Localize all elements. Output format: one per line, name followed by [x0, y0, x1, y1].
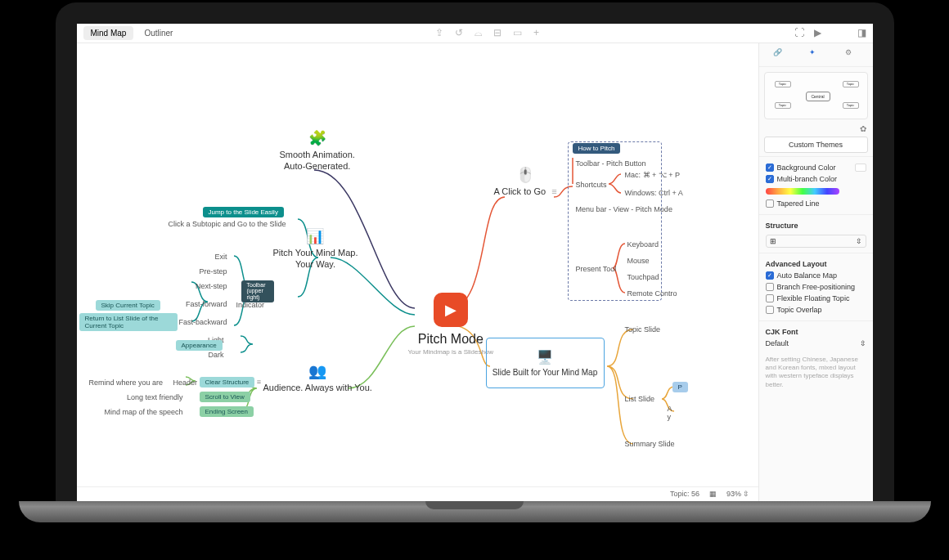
branch-click-to-go[interactable]: 🖱️ A Click to Go ≡ — [494, 166, 557, 197]
row-flexible[interactable]: Flexible Floating Topic — [766, 293, 866, 304]
pill-ending-screen[interactable]: Ending Screen — [200, 406, 254, 417]
central-topic[interactable]: ▶ Pitch Mode Your Mindmap is a Slideshow — [408, 293, 494, 356]
card-icon[interactable]: ▭ — [513, 27, 522, 38]
leaf-windows[interactable]: Windows: Ctrl + A — [625, 189, 683, 197]
pill-list-p[interactable]: P — [672, 382, 688, 392]
status-bar: Topic: 56 ▦ 93% ⇳ — [77, 486, 758, 501]
map-icon[interactable]: ▦ — [709, 490, 717, 498]
leaf-mac[interactable]: Mac: ⌘ + ⌥ + P — [625, 171, 681, 179]
central-subtitle: Your Mindmap is a Slideshow — [408, 348, 494, 356]
leaf-remind[interactable]: Remind where you are — [89, 379, 163, 387]
branch-audience[interactable]: 👥 Audience. Always with You. — [263, 362, 372, 393]
presentation-icon: 📊 — [305, 227, 325, 247]
leaf-topic-slide[interactable]: Topic Slide — [625, 325, 661, 334]
row-bg-color[interactable]: ✓ Background Color — [766, 162, 866, 173]
theme-preview[interactable]: Central Topic Topic Topic Topic — [764, 72, 868, 119]
leaf-remote[interactable]: Remote Contro — [627, 289, 677, 298]
zoom-level[interactable]: 93% ⇳ — [726, 490, 750, 498]
present-icon[interactable]: ▶ — [814, 27, 821, 38]
branch-pitch-your[interactable]: 📊 Pitch Your Mind Map. Your Way. — [273, 227, 358, 271]
pill-return-list[interactable]: Return to List Slide of the Current Topi… — [79, 313, 178, 331]
tab-outliner[interactable]: Outliner — [137, 26, 180, 40]
heading-structure: Structure — [766, 220, 866, 231]
add-icon[interactable]: + — [533, 27, 539, 38]
branch-slide-built[interactable]: 🖥️ Slide Built for Your Mind Map — [486, 338, 605, 388]
custom-themes-button[interactable]: Custom Themes — [764, 137, 868, 153]
pill-clear-structure[interactable]: Clear Structure ≡ — [200, 377, 262, 388]
checkbox-multi-branch: ✓ — [766, 175, 774, 183]
leaf-mouse[interactable]: Mouse — [627, 257, 650, 265]
leaf-header[interactable]: Header — [173, 379, 198, 387]
share-icon[interactable]: ⇪ — [435, 27, 443, 38]
theme-settings-icon[interactable]: ✿ — [860, 124, 866, 133]
laptop-base — [19, 501, 931, 522]
pill-jump-slide[interactable]: Jump to the Slide Easily — [203, 207, 284, 217]
slide-icon: 🖥️ — [537, 349, 553, 365]
leaf-list-ay[interactable]: A y — [668, 405, 672, 421]
leaf-ff[interactable]: Fast-forward — [178, 300, 227, 308]
settings-tab-icon[interactable]: ⚙ — [845, 48, 858, 61]
leaf-shortcuts[interactable]: Shortcuts — [576, 181, 607, 189]
mindmap-canvas[interactable]: ▶ Pitch Mode Your Mindmap is a Slideshow… — [77, 43, 758, 501]
row-branch-free[interactable]: Branch Free-positioning — [766, 281, 866, 293]
undo-icon[interactable]: ↺ — [455, 27, 463, 38]
leaf-present-tool[interactable]: Present Tool — [576, 265, 617, 273]
pill-toolbar-note[interactable]: Toolbar (upper right) — [241, 280, 274, 302]
structure-select[interactable]: ⊞ ⇳ — [766, 235, 866, 248]
leaf-toolbar-pitch[interactable]: Toolbar - Pitch Button — [576, 159, 646, 168]
headphones-icon[interactable]: ⌓ — [475, 27, 482, 38]
puzzle-icon: 🧩 — [308, 129, 327, 149]
tab-mindmap[interactable]: Mind Map — [83, 26, 134, 40]
panel-toggle-icon[interactable]: ◨ — [857, 27, 866, 38]
people-icon: 👥 — [308, 362, 327, 382]
leaf-mindmap-speech[interactable]: Mind map of the speech — [101, 408, 183, 416]
top-toolbar: Mind Map Outliner ⇪ ↺ ⌓ ⊟ ▭ + ⛶ ▶ ◨ — [77, 24, 873, 43]
leaf-pre-step[interactable]: Pre-step — [191, 267, 227, 276]
menu-icon: ≡ — [551, 186, 556, 196]
pill-scroll-view[interactable]: Scroll to View — [200, 392, 250, 402]
leaf-next-step[interactable]: Next-step — [187, 282, 227, 290]
topic-count: Topic: 56 — [670, 490, 699, 498]
heading-cjk: CJK Font — [766, 326, 866, 338]
branch-animation[interactable]: 🧩 Smooth Animation. Auto-Generated. — [280, 129, 355, 172]
note-icon[interactable]: ⊟ — [493, 27, 501, 38]
row-overlap[interactable]: Topic Overlap — [766, 304, 866, 316]
leaf-touchpad[interactable]: Touchpad — [627, 273, 659, 281]
leaf-dark[interactable]: Dark — [142, 351, 224, 359]
inspector-panel: 🔗 ✦ ⚙ Central Topic Topic Topic Topic ✿ … — [758, 43, 873, 501]
leaf-summary-slide[interactable]: Summary Slide — [625, 440, 675, 448]
rainbow-bar[interactable] — [766, 188, 839, 195]
pill-how-to-pitch[interactable]: How to Pitch — [573, 143, 621, 154]
leaf-keyboard[interactable]: Keyboard — [627, 240, 659, 249]
checkbox-tapered — [766, 199, 774, 208]
structure-icon: ⊞ — [770, 237, 776, 245]
leaf-exit[interactable]: Exit — [203, 253, 227, 261]
central-title: Pitch Mode — [408, 332, 494, 347]
pill-appearance[interactable]: Appearance — [176, 340, 223, 351]
cjk-select[interactable]: Default⇳ — [766, 338, 866, 349]
leaf-fb[interactable]: Fast-backward — [174, 318, 227, 326]
mouse-icon: 🖱️ — [515, 166, 535, 186]
pill-skip-topic[interactable]: Skip Current Topic — [96, 300, 160, 311]
row-tapered[interactable]: Tapered Line — [766, 198, 866, 209]
checkbox-bg-color: ✓ — [766, 164, 774, 172]
leaf-list-slide[interactable]: List Slide — [625, 395, 655, 403]
swatch-bg-color[interactable] — [855, 164, 866, 172]
leaf-long-text[interactable]: Long text friendly — [118, 393, 183, 401]
style-tab-icon[interactable]: ✦ — [809, 48, 822, 61]
row-multi-branch[interactable]: ✓ Multi-branch Color — [766, 173, 866, 185]
leaf-click-subtopic[interactable]: Click a Subtopic and Go to the Slide — [169, 220, 286, 228]
leaf-menubar[interactable]: Menu bar - View - Pitch Mode — [576, 205, 672, 213]
cjk-help-text: After setting Chinese, Japanese and Kore… — [759, 354, 873, 395]
play-icon: ▶ — [434, 293, 468, 327]
heading-advanced: Advanced Layout — [766, 258, 866, 270]
fullscreen-icon[interactable]: ⛶ — [794, 27, 804, 38]
link-tab-icon[interactable]: 🔗 — [773, 48, 786, 61]
row-auto-balance[interactable]: ✓Auto Balance Map — [766, 270, 866, 281]
